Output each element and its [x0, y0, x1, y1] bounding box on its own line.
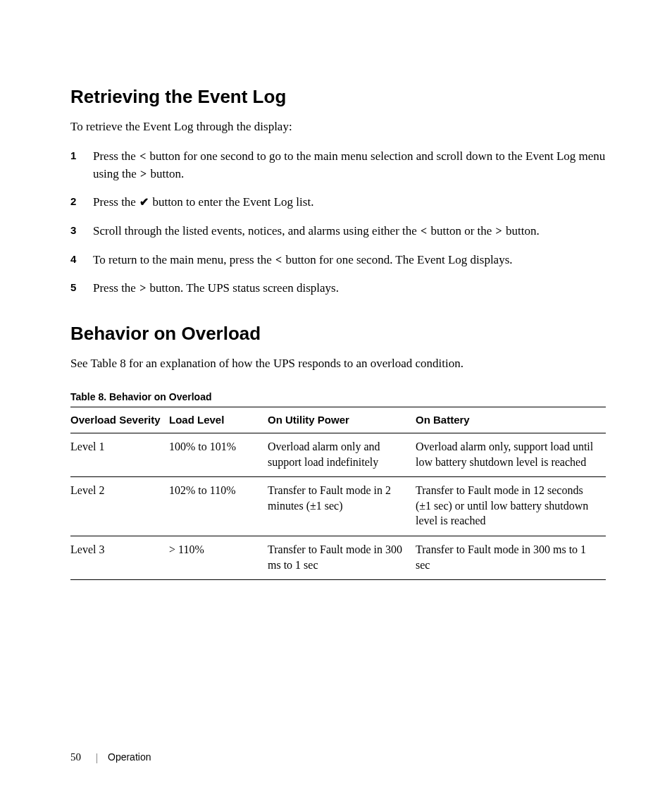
- step-item: 3Scroll through the listed events, notic…: [70, 223, 606, 240]
- cell-battery: Overload alarm only, support load until …: [416, 433, 606, 477]
- step-body: To return to the main menu, press the < …: [93, 252, 606, 269]
- table-row: Level 3> 110%Transfer to Fault mode in 3…: [70, 536, 606, 580]
- step-text: To return to the main menu, press the: [93, 253, 275, 266]
- step-text: button.: [503, 224, 540, 238]
- step-text: button for one second. The Event Log dis…: [282, 253, 512, 266]
- cell-utility: Transfer to Fault mode in 2 minutes (±1 …: [268, 477, 416, 536]
- footer-section-name: Operation: [108, 751, 151, 763]
- col-on-utility-power: On Utility Power: [268, 407, 416, 433]
- step-body: Press the ✔ button to enter the Event Lo…: [93, 194, 606, 211]
- col-overload-severity: Overload Severity: [70, 407, 169, 433]
- cell-utility: Overload alarm only and support load ind…: [268, 433, 416, 477]
- step-item: 5Press the > button. The UPS status scre…: [70, 280, 606, 297]
- right-icon: >: [495, 226, 503, 237]
- cell-load: 100% to 101%: [169, 433, 268, 477]
- cell-severity: Level 3: [70, 536, 169, 580]
- step-number: 2: [70, 194, 93, 209]
- cell-utility: Transfer to Fault mode in 300 ms to 1 se…: [268, 536, 416, 580]
- cell-battery: Transfer to Fault mode in 300 ms to 1 se…: [416, 536, 606, 580]
- step-body: Press the > button. The UPS status scree…: [93, 280, 606, 297]
- page-number: 50: [70, 751, 81, 763]
- step-text: Press the: [93, 195, 139, 209]
- step-item: 1Press the < button for one second to go…: [70, 148, 606, 183]
- table-row: Level 2102% to 110%Transfer to Fault mod…: [70, 477, 606, 536]
- cell-severity: Level 2: [70, 477, 169, 536]
- step-number: 4: [70, 252, 93, 266]
- heading-behavior-on-overload: Behavior on Overload: [70, 321, 606, 346]
- left-icon: <: [139, 151, 147, 162]
- overload-table: Overload Severity Load Level On Utility …: [70, 407, 606, 580]
- step-text: Press the: [93, 149, 139, 163]
- step-number: 5: [70, 280, 93, 295]
- left-icon: <: [275, 254, 282, 266]
- cell-load: > 110%: [169, 536, 268, 580]
- intro-text: To retrieve the Event Log through the di…: [70, 119, 606, 135]
- step-number: 1: [70, 148, 93, 163]
- table-row: Level 1100% to 101%Overload alarm only a…: [70, 433, 606, 477]
- step-body: Scroll through the listed events, notice…: [93, 223, 606, 240]
- right-icon: >: [139, 168, 147, 180]
- step-text: button or the: [428, 224, 494, 238]
- step-text: Press the: [93, 281, 139, 295]
- col-on-battery: On Battery: [416, 407, 606, 433]
- cell-severity: Level 1: [70, 433, 169, 477]
- step-item: 4To return to the main menu, press the <…: [70, 252, 606, 269]
- step-text: button.: [147, 167, 184, 180]
- col-load-level: Load Level: [169, 407, 268, 433]
- step-item: 2Press the ✔ button to enter the Event L…: [70, 194, 606, 211]
- check-icon: ✔: [139, 197, 149, 208]
- intro-text: See Table 8 for an explanation of how th…: [70, 356, 606, 372]
- right-icon: >: [139, 283, 147, 294]
- page-footer: 50 Operation: [70, 750, 151, 765]
- step-body: Press the < button for one second to go …: [93, 148, 606, 183]
- table-caption: Table 8. Behavior on Overload: [70, 390, 606, 404]
- step-text: Scroll through the listed events, notice…: [93, 224, 420, 238]
- cell-load: 102% to 110%: [169, 477, 268, 536]
- steps-list: 1Press the < button for one second to go…: [70, 148, 606, 297]
- footer-divider: [97, 753, 97, 763]
- step-text: button. The UPS status screen displays.: [147, 281, 339, 295]
- cell-battery: Transfer to Fault mode in 12 seconds (±1…: [416, 477, 606, 536]
- page: Retrieving the Event Log To retrieve the…: [0, 0, 672, 807]
- heading-retrieving-event-log: Retrieving the Event Log: [70, 85, 606, 109]
- left-icon: <: [420, 226, 428, 237]
- step-number: 3: [70, 223, 93, 238]
- step-text: button to enter the Event Log list.: [149, 195, 313, 209]
- table-header-row: Overload Severity Load Level On Utility …: [70, 407, 606, 433]
